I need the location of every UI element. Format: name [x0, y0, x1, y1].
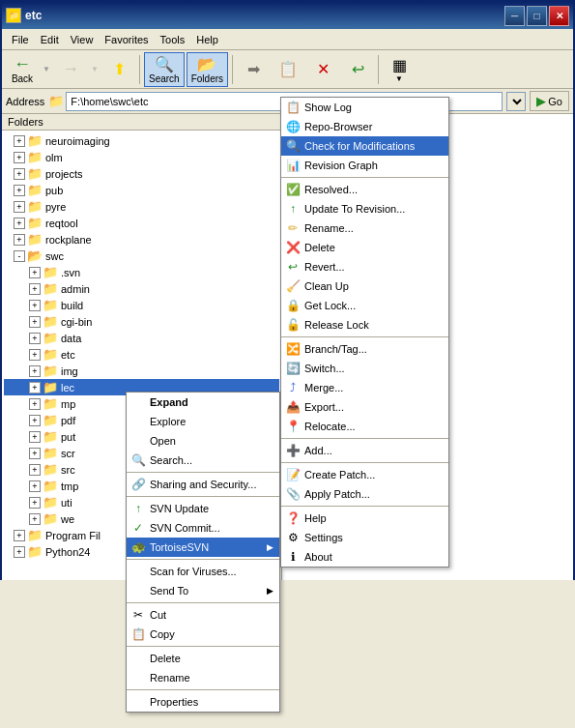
- tree-item-img[interactable]: + 📁 img: [4, 363, 279, 379]
- expander-cgi-bin[interactable]: +: [29, 316, 41, 328]
- tree-item-build[interactable]: + 📁 build: [4, 297, 279, 313]
- ctx2-releaselock[interactable]: 🔓 Release Lock: [281, 315, 448, 335]
- ctx2-getlock[interactable]: 🔒 Get Lock...: [281, 296, 448, 315]
- expander-pdf[interactable]: +: [29, 415, 41, 426]
- ctx2-updaterev[interactable]: ↑ Update To Revision...: [281, 199, 448, 218]
- ctx2-revert[interactable]: ↩ Revert...: [281, 257, 448, 277]
- ctx1-tortoisesvn[interactable]: 🐢 TortoiseSVN: [127, 538, 279, 557]
- expander-reqtool[interactable]: +: [14, 218, 25, 229]
- move-button[interactable]: ➡: [237, 52, 270, 87]
- views-button[interactable]: ▦ ▼: [383, 52, 416, 87]
- expander-put[interactable]: +: [29, 431, 41, 443]
- ctx1-copy[interactable]: 📋 Copy: [127, 625, 279, 644]
- menu-view[interactable]: View: [65, 32, 100, 47]
- tree-item-olm[interactable]: + 📁 olm: [4, 149, 279, 165]
- expander-mp[interactable]: +: [29, 398, 41, 410]
- ctx1-explore[interactable]: Explore: [127, 412, 279, 431]
- go-button[interactable]: ▶ Go: [530, 91, 569, 111]
- ctx2-merge[interactable]: ⤴ Merge...: [281, 378, 448, 397]
- undo-button[interactable]: ↩: [341, 52, 374, 87]
- ctx2-relocate[interactable]: 📍 Relocate...: [281, 417, 448, 436]
- expander-admin[interactable]: +: [29, 283, 41, 295]
- ctx2-revgraph[interactable]: 📊 Revision Graph: [281, 156, 448, 175]
- ctx1-expand[interactable]: Expand: [127, 393, 279, 412]
- ctx1-sendto[interactable]: Send To: [127, 581, 279, 600]
- expander-projects[interactable]: +: [14, 168, 25, 180]
- ctx2-cleanup[interactable]: 🧹 Clean Up: [281, 277, 448, 296]
- ctx2-add[interactable]: ➕ Add...: [281, 441, 448, 460]
- tree-item-swc[interactable]: - 📂 swc: [4, 248, 279, 264]
- tree-item-rockplane[interactable]: + 📁 rockplane: [4, 231, 279, 248]
- ctx2-createpatch[interactable]: 📝 Create Patch...: [281, 465, 448, 484]
- ctx1-delete[interactable]: Delete: [127, 649, 279, 668]
- expander-lec[interactable]: +: [29, 382, 41, 393]
- menu-help[interactable]: Help: [190, 32, 224, 47]
- tree-item-svn[interactable]: + 📁 .svn: [4, 264, 279, 280]
- ctx1-rename[interactable]: Rename: [127, 668, 279, 687]
- menu-edit[interactable]: Edit: [35, 32, 65, 47]
- folders-button[interactable]: 📂 Folders: [187, 52, 228, 87]
- ctx1-svncommit[interactable]: ✓ SVN Commit...: [127, 518, 279, 538]
- expander-svn[interactable]: +: [29, 267, 41, 278]
- maximize-button[interactable]: □: [527, 6, 547, 26]
- ctx1-scanvirus[interactable]: Scan for Viruses...: [127, 562, 279, 581]
- menu-file[interactable]: File: [6, 32, 35, 47]
- ctx1-open[interactable]: Open: [127, 431, 279, 451]
- ctx1-sharing[interactable]: 🔗 Sharing and Security...: [127, 475, 279, 494]
- back-dropdown-button[interactable]: ▼: [41, 52, 52, 87]
- expander-programfiles[interactable]: +: [14, 530, 25, 541]
- expander-src[interactable]: +: [29, 464, 41, 476]
- close-button[interactable]: ✕: [549, 6, 569, 26]
- menu-tools[interactable]: Tools: [155, 32, 191, 47]
- tree-item-projects[interactable]: + 📁 projects: [4, 165, 279, 182]
- ctx2-resolved[interactable]: ✅ Resolved...: [281, 180, 448, 199]
- tree-item-cgi-bin[interactable]: + 📁 cgi-bin: [4, 313, 279, 330]
- delete-button[interactable]: ✕: [306, 52, 339, 87]
- tree-item-neuroimaging[interactable]: + 📁 neuroimaging: [4, 132, 279, 149]
- expander-scr[interactable]: +: [29, 448, 41, 459]
- expander-pub[interactable]: +: [14, 185, 25, 196]
- ctx2-help[interactable]: ❓ Help: [281, 509, 448, 528]
- tree-item-admin[interactable]: + 📁 admin: [4, 280, 279, 297]
- menu-favorites[interactable]: Favorites: [99, 32, 154, 47]
- expander-uti[interactable]: +: [29, 497, 41, 509]
- expander-olm[interactable]: +: [14, 152, 25, 163]
- ctx1-svnupdate[interactable]: ↑ SVN Update: [127, 499, 279, 518]
- expander-pyre[interactable]: +: [14, 201, 25, 213]
- expander-data[interactable]: +: [29, 333, 41, 344]
- up-button[interactable]: ⬆: [102, 52, 135, 87]
- ctx2-branchtag[interactable]: 🔀 Branch/Tag...: [281, 339, 448, 359]
- search-button[interactable]: 🔍 Search: [144, 52, 185, 87]
- address-dropdown[interactable]: [506, 92, 526, 111]
- expander-build[interactable]: +: [29, 300, 41, 311]
- expander-python24[interactable]: +: [14, 546, 25, 558]
- ctx2-rename[interactable]: ✏ Rename...: [281, 218, 448, 238]
- tree-item-data[interactable]: + 📁 data: [4, 330, 279, 346]
- tree-item-pub[interactable]: + 📁 pub: [4, 182, 279, 198]
- expander-rockplane[interactable]: +: [14, 234, 25, 246]
- expander-we[interactable]: +: [29, 513, 41, 525]
- ctx2-showlog[interactable]: 📋 Show Log: [281, 98, 448, 117]
- expander-img[interactable]: +: [29, 365, 41, 377]
- minimize-button[interactable]: ─: [504, 6, 525, 26]
- expander-swc[interactable]: -: [14, 250, 25, 262]
- back-button[interactable]: ← Back: [6, 52, 39, 87]
- ctx2-switch[interactable]: 🔄 Switch...: [281, 359, 448, 378]
- ctx2-repobrowser[interactable]: 🌐 Repo-Browser: [281, 117, 448, 136]
- tree-item-reqtool[interactable]: + 📁 reqtool: [4, 215, 279, 231]
- ctx2-applypatch[interactable]: 📎 Apply Patch...: [281, 484, 448, 504]
- forward-button[interactable]: →: [54, 52, 87, 87]
- ctx1-cut[interactable]: ✂ Cut: [127, 605, 279, 625]
- tree-item-etc[interactable]: + 📁 etc: [4, 346, 279, 363]
- expander-tmp[interactable]: +: [29, 480, 41, 492]
- ctx1-properties[interactable]: Properties: [127, 692, 279, 712]
- tree-item-pyre[interactable]: + 📁 pyre: [4, 198, 279, 215]
- ctx2-about[interactable]: ℹ About: [281, 547, 448, 567]
- ctx2-settings[interactable]: ⚙ Settings: [281, 528, 448, 547]
- forward-dropdown-button[interactable]: ▼: [89, 52, 101, 87]
- ctx2-checkmod[interactable]: 🔍 Check for Modifications: [281, 136, 448, 156]
- copy-button[interactable]: 📋: [272, 52, 304, 87]
- ctx2-export[interactable]: 📤 Export...: [281, 397, 448, 417]
- ctx1-search[interactable]: 🔍 Search...: [127, 451, 279, 470]
- expander-etc[interactable]: +: [29, 349, 41, 361]
